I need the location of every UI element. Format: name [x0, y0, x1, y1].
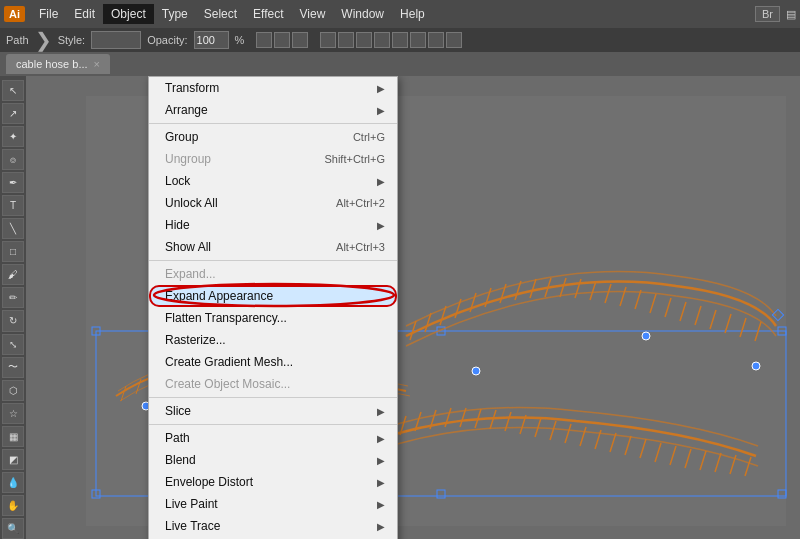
align-icon-2[interactable] — [338, 32, 354, 48]
menu-item-ungroup[interactable]: Ungroup Shift+Ctrl+G — [149, 148, 397, 170]
menu-file[interactable]: File — [31, 4, 66, 24]
menu-window[interactable]: Window — [333, 4, 392, 24]
arrow-icon: ▶ — [377, 83, 385, 94]
type-tool[interactable]: T — [2, 195, 24, 216]
symbol-tool[interactable]: ☆ — [2, 403, 24, 424]
menu-item-gradient-mesh[interactable]: Create Gradient Mesh... — [149, 351, 397, 373]
arrow-icon: ▶ — [377, 499, 385, 510]
menu-item-label: Live Paint — [165, 497, 218, 511]
menu-item-lock[interactable]: Lock ▶ — [149, 170, 397, 192]
menu-item-rasterize[interactable]: Rasterize... — [149, 329, 397, 351]
blend-tool[interactable]: ⬡ — [2, 380, 24, 401]
menu-type[interactable]: Type — [154, 4, 196, 24]
menu-item-label: Flatten Transparency... — [165, 311, 287, 325]
menu-item-label: Blend — [165, 453, 196, 467]
align-icon-6[interactable] — [410, 32, 426, 48]
menu-item-label: Rasterize... — [165, 333, 226, 347]
paintbrush-tool[interactable]: 🖌 — [2, 264, 24, 285]
app-logo: Ai — [4, 6, 25, 22]
hand-tool[interactable]: ✋ — [2, 495, 24, 516]
gradient-tool[interactable]: ◩ — [2, 449, 24, 470]
menu-item-label: Hide — [165, 218, 190, 232]
menu-item-expand-appearance[interactable]: Expand Appearance — [149, 285, 397, 307]
scale-tool[interactable]: ⤡ — [2, 334, 24, 355]
path-label: Path — [6, 34, 29, 46]
menu-item-label: Slice — [165, 404, 191, 418]
style-label: Style: — [58, 34, 86, 46]
direct-select-tool[interactable]: ↗ — [2, 103, 24, 124]
line-tool[interactable]: ╲ — [2, 218, 24, 239]
menu-item-label: Ungroup — [165, 152, 211, 166]
zoom-tool[interactable]: 🔍 — [2, 518, 24, 539]
shortcut-label: Alt+Ctrl+2 — [336, 197, 385, 209]
menu-item-label: Create Gradient Mesh... — [165, 355, 293, 369]
menu-item-label: Group — [165, 130, 198, 144]
menu-item-show-all[interactable]: Show All Alt+Ctrl+3 — [149, 236, 397, 258]
menu-effect[interactable]: Effect — [245, 4, 291, 24]
tab-close-icon[interactable]: × — [94, 58, 100, 70]
menu-select[interactable]: Select — [196, 4, 245, 24]
tool-icon-3[interactable] — [292, 32, 308, 48]
lasso-tool[interactable]: ⌾ — [2, 149, 24, 170]
menu-item-flatten[interactable]: Flatten Transparency... — [149, 307, 397, 329]
menu-item-slice[interactable]: Slice ▶ — [149, 400, 397, 422]
menu-item-unlock-all[interactable]: Unlock All Alt+Ctrl+2 — [149, 192, 397, 214]
arrow-icon: ▶ — [377, 455, 385, 466]
menu-item-group[interactable]: Group Ctrl+G — [149, 126, 397, 148]
tool-icon-1[interactable] — [256, 32, 272, 48]
opacity-input[interactable] — [194, 31, 229, 49]
align-icon-3[interactable] — [356, 32, 372, 48]
chevron-left-icon: ❯ — [35, 28, 52, 52]
align-icon-1[interactable] — [320, 32, 336, 48]
arrow-icon: ▶ — [377, 176, 385, 187]
magic-wand-tool[interactable]: ✦ — [2, 126, 24, 147]
menu-item-label: Transform — [165, 81, 219, 95]
menu-separator-3 — [149, 397, 397, 398]
arrow-icon: ▶ — [377, 521, 385, 532]
menu-separator-4 — [149, 424, 397, 425]
menu-item-label: Arrange — [165, 103, 208, 117]
arrow-icon: ▶ — [377, 220, 385, 231]
menu-item-expand[interactable]: Expand... — [149, 263, 397, 285]
menu-object[interactable]: Object — [103, 4, 154, 24]
menu-edit[interactable]: Edit — [66, 4, 103, 24]
menu-item-arrange[interactable]: Arrange ▶ — [149, 99, 397, 121]
menu-item-hide[interactable]: Hide ▶ — [149, 214, 397, 236]
menu-separator — [149, 123, 397, 124]
eyedropper-tool[interactable]: 💧 — [2, 472, 24, 493]
menu-view[interactable]: View — [292, 4, 334, 24]
menu-item-label: Lock — [165, 174, 190, 188]
selection-tool[interactable]: ↖ — [2, 80, 24, 101]
menu-item-label: Unlock All — [165, 196, 218, 210]
tool-icon-2[interactable] — [274, 32, 290, 48]
menu-item-transform[interactable]: Transform ▶ — [149, 77, 397, 99]
align-icon-5[interactable] — [392, 32, 408, 48]
menu-item-label: Expand... — [165, 267, 216, 281]
tab-bar: cable hose b... × — [0, 52, 800, 76]
menu-item-envelope-distort[interactable]: Envelope Distort ▶ — [149, 471, 397, 493]
main-area: ↖ ↗ ✦ ⌾ ✒ T ╲ □ 🖌 ✏ ↻ ⤡ 〜 ⬡ ☆ ▦ ◩ 💧 ✋ 🔍 — [0, 76, 800, 539]
menu-item-live-paint[interactable]: Live Paint ▶ — [149, 493, 397, 515]
menu-item-path[interactable]: Path ▶ — [149, 427, 397, 449]
rotate-tool[interactable]: ↻ — [2, 310, 24, 331]
style-selector[interactable] — [91, 31, 141, 49]
shortcut-label: Ctrl+G — [353, 131, 385, 143]
left-toolbar: ↖ ↗ ✦ ⌾ ✒ T ╲ □ 🖌 ✏ ↻ ⤡ 〜 ⬡ ☆ ▦ ◩ 💧 ✋ 🔍 — [0, 76, 26, 539]
menu-item-label: Expand Appearance — [165, 289, 273, 303]
shape-tool[interactable]: □ — [2, 241, 24, 262]
align-icon-4[interactable] — [374, 32, 390, 48]
arrow-icon: ▶ — [377, 105, 385, 116]
pen-tool[interactable]: ✒ — [2, 172, 24, 193]
pencil-tool[interactable]: ✏ — [2, 287, 24, 308]
document-tab[interactable]: cable hose b... × — [6, 54, 110, 74]
dist-icon-2[interactable] — [446, 32, 462, 48]
menu-help[interactable]: Help — [392, 4, 433, 24]
menu-item-object-mosaic[interactable]: Create Object Mosaic... — [149, 373, 397, 395]
dist-icon-1[interactable] — [428, 32, 444, 48]
arrow-icon: ▶ — [377, 406, 385, 417]
warp-tool[interactable]: 〜 — [2, 357, 24, 378]
arrow-icon: ▶ — [377, 477, 385, 488]
graph-tool[interactable]: ▦ — [2, 426, 24, 447]
menu-item-blend[interactable]: Blend ▶ — [149, 449, 397, 471]
menu-item-live-trace[interactable]: Live Trace ▶ — [149, 515, 397, 537]
